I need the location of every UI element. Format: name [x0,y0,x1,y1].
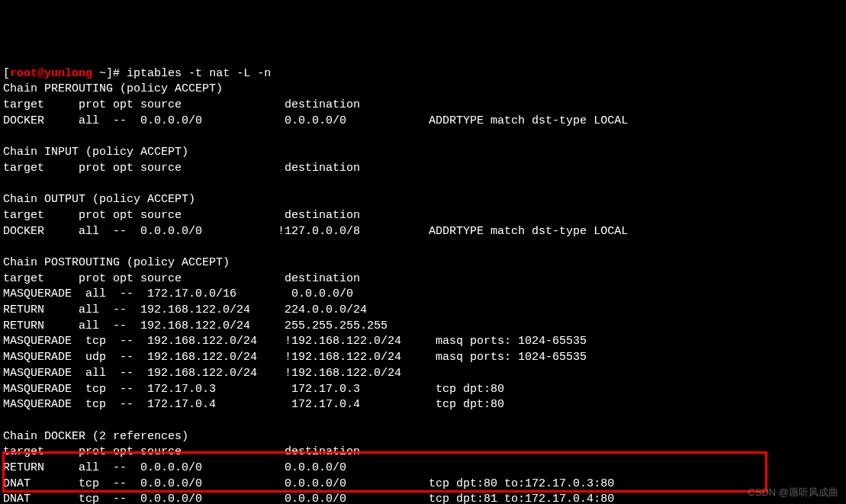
chain-postrouting-row-3: MASQUERADE tcp -- 192.168.122.0/24 !192.… [3,335,587,348]
terminal-output: [root@yunlong ~]# iptables -t nat -L -n … [3,66,843,504]
prompt-user: root [10,67,37,80]
chain-postrouting-row-1: RETURN all -- 192.168.122.0/24 224.0.0.0… [3,303,422,316]
chain-prerouting-row-0: DOCKER all -- 0.0.0.0/0 0.0.0.0/0 ADDRTY… [3,114,628,127]
chain-input-cols: target prot opt source destination [3,162,422,175]
chain-docker-row-0: RETURN all -- 0.0.0.0/0 0.0.0.0/0 [3,461,422,474]
chain-output-cols: target prot opt source destination [3,209,422,222]
chain-postrouting-row-2: RETURN all -- 192.168.122.0/24 255.255.2… [3,319,422,332]
chain-docker-row-1: DNAT tcp -- 0.0.0.0/0 0.0.0.0/0 tcp dpt:… [3,477,614,490]
chain-postrouting-row-0: MASQUERADE all -- 172.17.0.0/16 0.0.0.0/… [3,287,429,300]
chain-postrouting-header: Chain POSTROUTING (policy ACCEPT) [3,256,230,269]
prompt-bracket-open: [ [3,67,10,80]
prompt-at: @ [37,67,44,80]
chain-postrouting-row-5: MASQUERADE all -- 192.168.122.0/24 !192.… [3,367,429,380]
chain-output-row-0: DOCKER all -- 0.0.0.0/0 !127.0.0.0/8 ADD… [3,225,628,238]
chain-prerouting-cols: target prot opt source destination [3,98,422,111]
chain-postrouting-row-6: MASQUERADE tcp -- 172.17.0.3 172.17.0.3 … [3,383,504,396]
chain-postrouting-row-4: MASQUERADE udp -- 192.168.122.0/24 !192.… [3,351,587,364]
chain-prerouting-header: Chain PREROUTING (policy ACCEPT) [3,82,223,95]
prompt-hash: # [113,67,127,80]
chain-output-header: Chain OUTPUT (policy ACCEPT) [3,193,195,206]
chain-postrouting-cols: target prot opt source destination [3,272,422,285]
command-1: iptables -t nat -L -n [127,67,271,80]
prompt-tilde: ~ [92,67,106,80]
chain-input-header: Chain INPUT (policy ACCEPT) [3,146,188,159]
chain-postrouting-row-7: MASQUERADE tcp -- 172.17.0.4 172.17.0.4 … [3,398,504,411]
chain-docker-header: Chain DOCKER (2 references) [3,430,188,443]
chain-docker-row-2: DNAT tcp -- 0.0.0.0/0 0.0.0.0/0 tcp dpt:… [3,493,614,504]
prompt-host: yunlong [44,67,92,80]
prompt-bracket-close: ] [106,67,113,80]
chain-docker-cols: target prot opt source destination [3,445,422,458]
watermark: CSDN @愿听风成曲 [748,486,838,499]
